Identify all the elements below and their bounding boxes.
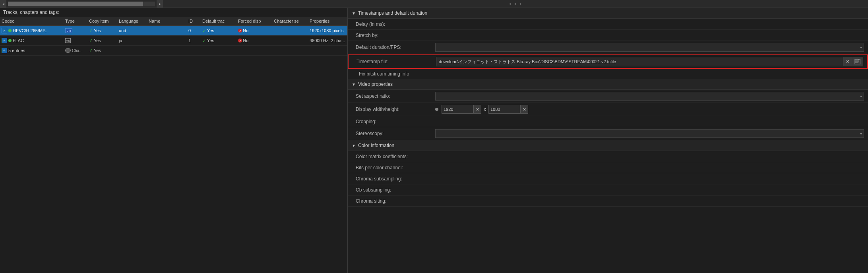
dropdown-arrow-icon: ▾ [860, 45, 862, 50]
stereoscopy-dropdown-arrow-icon: ▾ [860, 132, 862, 136]
default-check-1: ✓ [202, 38, 206, 43]
col-header-props: Properties [308, 18, 347, 24]
fix-bitstream-label: Fix bitstream timing info [359, 71, 409, 77]
scroll-dots: • • • [510, 1, 522, 7]
col-header-forced: Forced disp [236, 18, 272, 24]
timestamps-section-title: Timestamps and default duration [358, 10, 427, 16]
codec-cell-2: ✓ 5 entries [0, 47, 64, 54]
set-aspect-dropdown[interactable]: ▾ [435, 92, 864, 101]
track-table-header: Codec Type Copy item Language Name ID De… [0, 17, 347, 26]
props-cell-2 [308, 50, 347, 51]
chroma-subsampling-row: Chroma subsampling: [348, 173, 868, 184]
type-cell-1: Au [64, 37, 87, 44]
copy-check-0: ✓ [89, 28, 93, 33]
col-header-type: Type [64, 18, 87, 24]
charsel-cell-0 [272, 30, 308, 31]
id-cell-0: 0 [187, 27, 201, 34]
codec-label-1: FLAC [13, 38, 24, 43]
timestamp-browse-button[interactable] [852, 57, 863, 66]
type-label-2: Cha... [72, 48, 83, 53]
red-circle-icon-0: ✕ [238, 29, 242, 33]
default-duration-dropdown[interactable]: ▾ [435, 43, 864, 52]
codec-label-0: HEVC/H.265/MP... [13, 28, 48, 33]
display-wh-row: Display width/height: ✕ x ✕ [348, 103, 868, 116]
timestamp-file-value: download\インフィニット・ストラトス Blu-ray Box\DISC3… [439, 59, 616, 65]
table-row[interactable]: ✓ 5 entries Cha... ✓ Yes [0, 46, 347, 56]
lang-cell-1: ja [117, 37, 147, 44]
cb-subsampling-label: Cb subsampling: [356, 187, 435, 193]
scrollbar-track[interactable] [8, 2, 155, 6]
forced-label-1: No [243, 38, 248, 43]
cropping-label: Cropping: [356, 119, 435, 124]
forced-no-1: ✕ No [238, 38, 248, 43]
color-information-section-header[interactable]: ▼ Color information [348, 140, 868, 151]
display-wh-bullet [435, 108, 438, 111]
video-properties-section-header[interactable]: ▼ Video properties [348, 79, 868, 90]
set-aspect-row: Set aspect ratio: ▾ [348, 90, 868, 103]
codec-label-2: 5 entries [8, 48, 25, 53]
col-header-lang: Language [117, 18, 147, 24]
color-matrix-label: Color matrix coefficients: [356, 154, 435, 159]
col-header-charsel: Character se [272, 18, 308, 24]
props-cell-1: 48000 Hz, 2 cha... [308, 37, 347, 44]
name-cell-2 [147, 50, 187, 51]
copy-cell-1: ✓ Yes [87, 37, 117, 44]
codec-cell-0: ✓ HEVC/H.265/MP... [0, 27, 64, 34]
scrollbar-thumb[interactable] [8, 2, 143, 6]
copy-cell-2: ✓ Yes [87, 47, 117, 54]
scroll-right-arrow[interactable]: ▸ [157, 0, 163, 8]
video-properties-triangle-icon: ▼ [352, 82, 356, 87]
right-panel: ▼ Timestamps and default duration Delay … [348, 8, 868, 273]
id-cell-1: 1 [187, 37, 201, 44]
display-height-clear-button[interactable]: ✕ [520, 105, 528, 114]
table-row[interactable]: ✓ FLAC Au ✓ Yes ja 1 ✓ Yes [0, 36, 347, 46]
copy-label-0: Yes [94, 28, 101, 33]
timestamp-file-display: download\インフィニット・ストラトス Blu-ray Box\DISC3… [436, 57, 843, 66]
track-table: Codec Type Copy item Language Name ID De… [0, 17, 347, 273]
track-color-dot-0 [8, 29, 12, 32]
display-wh-label: Display width/height: [356, 106, 435, 112]
color-information-section-title: Color information [358, 143, 394, 148]
scroll-left-arrow[interactable]: ◂ [0, 0, 6, 8]
timestamp-clear-button[interactable]: ✕ [843, 57, 852, 66]
stretch-label: Stretch by: [356, 33, 435, 38]
default-cell-1: ✓ Yes [201, 37, 236, 44]
timestamps-triangle-icon: ▼ [352, 11, 356, 15]
type-icon-video-0: Vid [65, 28, 72, 33]
color-matrix-row: Color matrix coefficients: [348, 151, 868, 162]
fix-bitstream-row: Fix bitstream timing info [348, 69, 868, 79]
bits-per-channel-label: Bits per color channel: [356, 165, 435, 170]
timestamps-section-header[interactable]: ▼ Timestamps and default duration [348, 8, 868, 19]
cropping-row: Cropping: [348, 116, 868, 127]
type-icon-audio-1: Au [65, 38, 71, 43]
codec-checkbox-1[interactable]: ✓ [2, 38, 7, 43]
lang-cell-2 [117, 50, 147, 51]
main-content: Tracks, chapters and tags: Codec Type Co… [0, 8, 868, 273]
stretch-row: Stretch by: [348, 30, 868, 41]
display-width-clear-button[interactable]: ✕ [473, 105, 481, 114]
name-cell-1 [147, 40, 187, 41]
red-circle-icon-1: ✕ [238, 39, 242, 43]
forced-label-0: No [243, 28, 248, 33]
table-row[interactable]: ✓ HEVC/H.265/MP... Vid ✓ Yes und 0 ✓ Yes [0, 26, 347, 36]
lang-cell-0: und [117, 27, 147, 34]
stereoscopy-dropdown[interactable]: ▾ [435, 129, 864, 138]
svg-rect-0 [854, 60, 860, 64]
forced-cell-1: ✕ No [236, 37, 272, 44]
copy-label-2: Yes [94, 48, 101, 53]
copy-label-1: Yes [94, 38, 101, 43]
timestamp-file-row: Timestamp file: download\インフィニット・ストラトス B… [348, 54, 868, 69]
display-height-input[interactable] [488, 105, 520, 114]
codec-checkbox-2[interactable]: ✓ [2, 48, 7, 53]
default-cell-2 [201, 50, 236, 51]
default-label-1: Yes [207, 38, 214, 43]
display-width-input[interactable] [442, 105, 473, 114]
tracks-label: Tracks, chapters and tags: [0, 8, 347, 17]
props-cell-0: 1920x1080 pixels [308, 27, 347, 34]
col-header-codec: Codec [0, 18, 64, 24]
type-cell-2: Cha... [64, 47, 87, 54]
forced-cell-0: ✕ No [236, 27, 272, 34]
set-aspect-label: Set aspect ratio: [356, 93, 435, 99]
cb-subsampling-row: Cb subsampling: [348, 184, 868, 196]
codec-checkbox-0[interactable]: ✓ [2, 28, 7, 33]
